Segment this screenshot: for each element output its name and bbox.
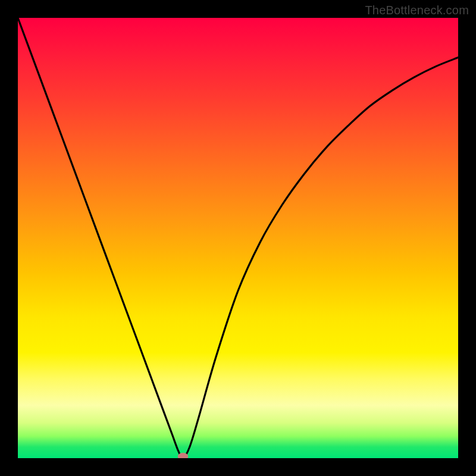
plot-area: [18, 18, 458, 458]
chart-frame: TheBottleneck.com: [0, 0, 476, 476]
curve-layer: [18, 18, 458, 458]
watermark-text: TheBottleneck.com: [365, 4, 469, 17]
bottleneck-curve: [18, 18, 458, 458]
